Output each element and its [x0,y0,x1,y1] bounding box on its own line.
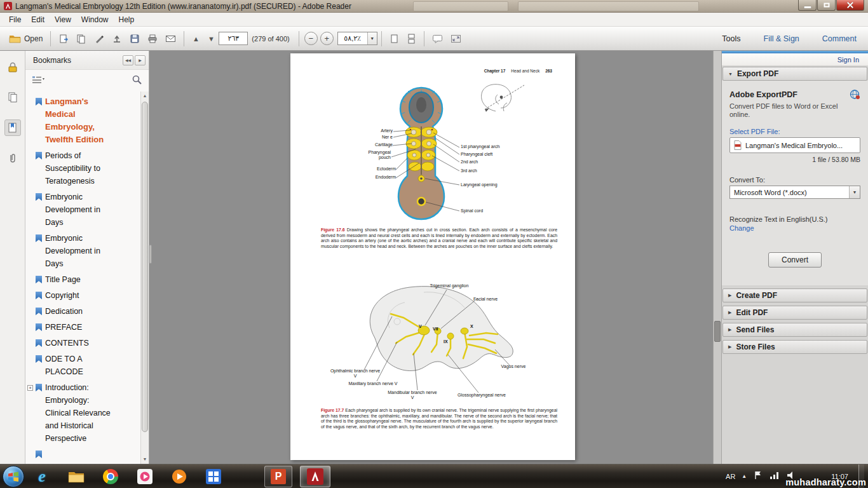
fill-sign-tab[interactable]: Fill & Sign [764,34,799,43]
zoom-in-button[interactable]: + [320,32,334,45]
single-page-view-button[interactable] [386,30,403,48]
internet-explorer-icon[interactable]: e [29,466,55,487]
sign-in-bar: Sign In [722,53,868,65]
collapse-panel-button[interactable]: ◀◀ [123,55,133,65]
media-player-icon[interactable] [132,466,158,487]
previous-page-button[interactable]: ▲ [188,30,203,48]
figure-label: Trigeminal ganglion [424,283,475,288]
background-window-ghost [518,1,699,11]
find-bookmark-button[interactable] [132,74,142,88]
bookmark-options-button[interactable] [32,74,46,87]
scrollbar-thumb[interactable] [714,321,721,342]
security-lock-icon[interactable] [4,58,21,75]
page-thumbnails-tab[interactable] [4,89,21,105]
close-button[interactable] [836,0,864,11]
export-pdf-section-header[interactable]: ▼ Export PDF [722,67,867,81]
powerpoint-taskbar-button[interactable]: P [264,466,292,487]
zoom-out-button[interactable]: − [304,32,318,45]
bookmark-item[interactable]: Copyright [36,289,141,302]
adobe-reader-taskbar-button[interactable] [300,466,330,487]
copy-page-icon [76,34,86,44]
zoom-level-select[interactable]: ٥٨,٢٪ ▼ [337,32,377,45]
menu-edit[interactable]: Edit [26,13,50,26]
scroll-up-button[interactable]: ▲ [141,92,149,100]
scrollbar-thumb[interactable] [142,102,148,432]
maximize-button[interactable] [817,0,836,11]
comment-tab[interactable]: Comment [822,34,857,43]
selected-file-box[interactable]: Langman's Medical Embryolo... [729,137,860,153]
chevron-down-icon[interactable]: ▼ [367,32,377,44]
bookmark-item[interactable]: +Introduction: Embryology: Clinical Rele… [36,381,141,445]
format-dropdown[interactable]: Microsoft Word (*.docx) ▼ [729,186,860,199]
export-description: Convert PDF files to Word or Excel onlin… [729,102,857,119]
send-files-section-header[interactable]: ▶ Send Files [722,323,867,337]
navigation-pane-tabs [0,51,25,464]
open-button[interactable]: Open [5,30,46,48]
bookmark-item[interactable] [36,448,141,458]
start-button[interactable] [3,466,24,487]
chrome-icon[interactable] [98,466,123,487]
toolbar: Open ▲ ▼ (279 of 400) − + ٥٨,٢٪ ▼ Tools … [0,27,868,51]
menu-help[interactable]: Help [114,13,140,26]
speech-bubble-icon [432,34,443,44]
copy-page-button[interactable] [72,30,90,48]
expand-bookmark-button[interactable]: + [27,385,33,391]
minimize-button[interactable] [798,0,817,11]
next-page-button[interactable]: ▼ [203,30,219,48]
attachments-tab[interactable] [4,150,21,166]
menu-file[interactable]: File [4,13,26,26]
menu-view[interactable]: View [50,13,76,26]
menu-bar: File Edit View Window Help [0,13,868,27]
sign-button[interactable] [90,30,108,48]
convert-button[interactable]: Convert [768,252,822,268]
file-size-info: 1 file / 53.80 MB [729,156,860,163]
file-explorer-icon[interactable] [64,466,89,487]
bookmark-item[interactable]: ODE TO A PLACODE [36,353,141,378]
comment-bubble-button[interactable] [428,30,447,48]
figure-label: Ophthalmic branch nerve V [329,369,382,379]
bookmark-item[interactable]: Langman's Medical Embryology, Twelfth Ed… [36,95,141,146]
music-player-icon[interactable] [166,466,192,487]
bookmark-item[interactable]: Embryonic Development in Days [36,232,141,270]
figure-label: Pharyngeal cleft [461,152,505,157]
save-disk-icon [130,34,140,44]
figure-label: X [470,324,473,329]
share-button[interactable] [108,30,126,48]
panel-menu-button[interactable]: ▶ [135,55,146,65]
action-center-flag-icon[interactable] [753,470,763,483]
bookmark-item[interactable]: CONTENTS [36,337,141,349]
save-button[interactable] [126,30,144,48]
panel-splitter[interactable] [149,245,152,264]
sign-in-link[interactable]: Sign In [837,56,859,64]
figure-label: Ectoderm [364,166,396,172]
menu-window[interactable]: Window [76,13,114,26]
language-indicator[interactable]: AR [726,473,735,480]
bookmark-item[interactable]: Dedication [36,305,141,318]
print-button[interactable] [144,30,161,48]
edit-pdf-section-header[interactable]: ▶ Edit PDF [722,306,867,320]
app-grid-icon[interactable] [201,466,226,487]
send-file-button[interactable] [55,30,72,48]
bookmarks-scrollbar[interactable]: ▲ ▼ [140,92,149,464]
page-number-input[interactable] [219,32,248,45]
tools-tab[interactable]: Tools [722,34,740,43]
bookmark-item[interactable]: PREFACE [36,321,141,334]
page-count-label: (279 of 400) [252,35,289,43]
fullscreen-button[interactable] [447,30,465,48]
document-area[interactable]: Chapter 17 Head and Neck 263 [149,51,713,464]
bookmark-item[interactable]: Periods of Susceptibility to Teratogenes… [36,149,141,187]
bookmarks-tab[interactable] [4,119,21,136]
email-button[interactable] [161,30,180,48]
store-files-section-header[interactable]: ▶ Store Files [722,340,867,354]
hidden-icons-chevron[interactable]: ▲ [742,473,747,479]
bookmark-item[interactable]: Embryonic Development in Days [36,191,141,229]
scroll-down-button[interactable]: ▼ [141,455,149,464]
scrolling-view-button[interactable] [403,30,420,48]
change-link[interactable]: Change [729,224,860,232]
bookmark-item[interactable]: Title Page [36,273,141,286]
create-pdf-section-header[interactable]: ▶ Create PDF [722,288,867,302]
document-scrollbar[interactable] [713,51,721,464]
section-label: Head and Neck [511,69,539,73]
network-icon[interactable] [770,470,780,483]
chevron-down-icon[interactable]: ▼ [849,186,860,198]
